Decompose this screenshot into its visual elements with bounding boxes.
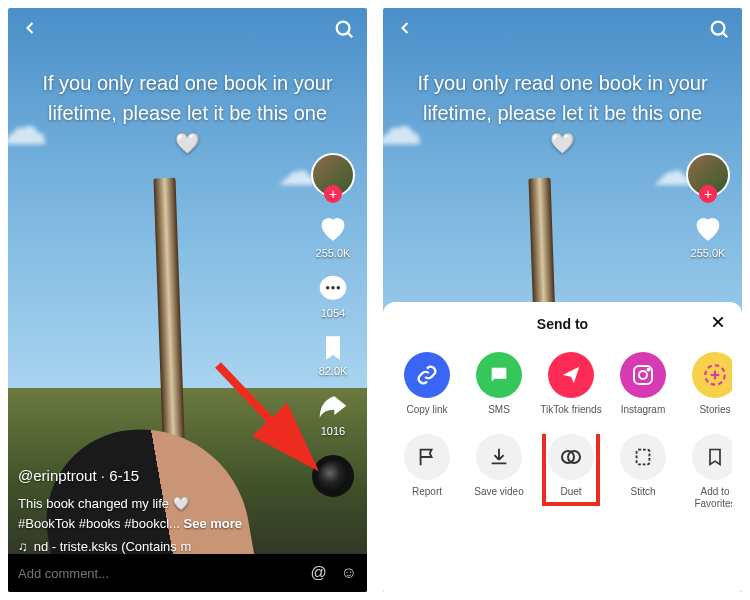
mention-icon[interactable]: @	[310, 564, 326, 582]
share-item-stories[interactable]: Stories	[681, 352, 732, 416]
svg-point-4	[331, 286, 334, 289]
music-note-icon: ♫	[18, 539, 28, 554]
share-item-sms[interactable]: SMS	[465, 352, 533, 416]
action-item-add-to-favorites[interactable]: Add to Favorites	[681, 434, 732, 510]
follow-plus-icon[interactable]: +	[699, 185, 717, 203]
post-date: 6-15	[109, 467, 139, 484]
svg-line-1	[348, 33, 353, 38]
share-item-instagram[interactable]: Instagram	[609, 352, 677, 416]
comment-input[interactable]	[18, 566, 310, 581]
share-icon	[317, 391, 349, 423]
action-item-report[interactable]: Report	[393, 434, 461, 510]
svg-point-0	[337, 22, 350, 35]
action-label: Save video	[474, 486, 523, 498]
back-icon[interactable]	[20, 18, 40, 44]
flag-icon	[404, 434, 450, 480]
emoji-icon[interactable]: ☺	[341, 564, 357, 582]
top-bar	[8, 14, 367, 48]
bookmark-count: 82.0K	[319, 365, 348, 377]
stitch-icon	[620, 434, 666, 480]
share-targets-row: Copy linkSMSTikTok friendsInstagramStori…	[393, 352, 732, 416]
svg-point-12	[639, 371, 647, 379]
username[interactable]: @erinptrout	[18, 467, 97, 484]
video-screen-left: ☁ ☁ If you only read one book in your li…	[8, 8, 367, 592]
back-icon[interactable]	[395, 18, 415, 44]
creator-avatar[interactable]: +	[311, 153, 355, 197]
see-more-button[interactable]: See more	[184, 516, 243, 531]
sheet-header: Send to	[393, 316, 732, 332]
heart-icon	[691, 211, 725, 245]
comment-count: 1054	[321, 307, 345, 319]
share-label: Stories	[699, 404, 730, 416]
download-icon	[476, 434, 522, 480]
close-icon[interactable]	[710, 314, 726, 335]
video-caption-overlay: If you only read one book in your lifeti…	[383, 68, 742, 158]
share-count: 1016	[321, 425, 345, 437]
action-label: Duet	[560, 486, 581, 498]
sheet-title: Send to	[537, 316, 588, 332]
stories-icon	[692, 352, 732, 398]
instagram-icon	[620, 352, 666, 398]
like-count: 255.0K	[316, 247, 351, 259]
link-icon	[404, 352, 450, 398]
description-line: #BookTok #books #bookcl...	[18, 516, 180, 531]
share-label: TikTok friends	[540, 404, 601, 416]
like-button[interactable]: 255.0K	[316, 211, 351, 259]
bookmark-button[interactable]: 82.0K	[319, 333, 348, 377]
description-line: This book changed my life 🤍	[18, 496, 189, 511]
svg-point-5	[337, 286, 340, 289]
follow-plus-icon[interactable]: +	[324, 185, 342, 203]
search-icon[interactable]	[708, 18, 730, 44]
like-count: 255.0K	[691, 247, 726, 259]
svg-point-7	[712, 22, 725, 35]
like-button[interactable]: 255.0K	[691, 211, 726, 259]
comments-button[interactable]: 1054	[317, 273, 349, 319]
bookmark-icon	[692, 434, 732, 480]
action-sidebar: + 255.0K	[682, 153, 734, 259]
duet-icon	[548, 434, 594, 480]
action-label: Add to Favorites	[681, 486, 732, 510]
action-label: Stitch	[630, 486, 655, 498]
share-item-copy-link[interactable]: Copy link	[393, 352, 461, 416]
sound-disc[interactable]	[312, 455, 354, 497]
video-meta: @erinptrout · 6-15 This book changed my …	[18, 467, 297, 554]
share-label: Copy link	[406, 404, 447, 416]
heart-icon	[316, 211, 350, 245]
sound-title: nd - triste.ksks (Contains m	[34, 539, 192, 554]
sms-icon	[476, 352, 522, 398]
share-actions-row: ReportSave videoDuetStitchAdd to Favorit…	[393, 434, 732, 510]
share-label: Instagram	[621, 404, 665, 416]
svg-line-8	[723, 33, 728, 38]
sound-row[interactable]: ♫ nd - triste.ksks (Contains m	[18, 539, 297, 554]
share-sheet-screen: ☁ ☁ If you only read one book in your li…	[383, 8, 742, 592]
share-button[interactable]: 1016	[317, 391, 349, 437]
bookmark-icon	[319, 333, 347, 363]
action-sidebar: + 255.0K 1054 82.0K 1016	[307, 153, 359, 497]
top-bar	[383, 14, 742, 48]
svg-point-3	[326, 286, 329, 289]
creator-avatar[interactable]: +	[686, 153, 730, 197]
share-sheet: Send to Copy linkSMSTikTok friendsInstag…	[383, 302, 742, 592]
send-icon	[548, 352, 594, 398]
video-caption-overlay: If you only read one book in your lifeti…	[8, 68, 367, 158]
action-item-save-video[interactable]: Save video	[465, 434, 533, 510]
svg-rect-20	[637, 450, 650, 465]
action-item-stitch[interactable]: Stitch	[609, 434, 677, 510]
search-icon[interactable]	[333, 18, 355, 44]
action-item-duet[interactable]: Duet	[537, 434, 605, 510]
comment-bar: @ ☺	[8, 554, 367, 592]
share-label: SMS	[488, 404, 510, 416]
share-item-tiktok-friends[interactable]: TikTok friends	[537, 352, 605, 416]
action-label: Report	[412, 486, 442, 498]
comment-icon	[317, 273, 349, 305]
svg-point-13	[648, 369, 650, 371]
